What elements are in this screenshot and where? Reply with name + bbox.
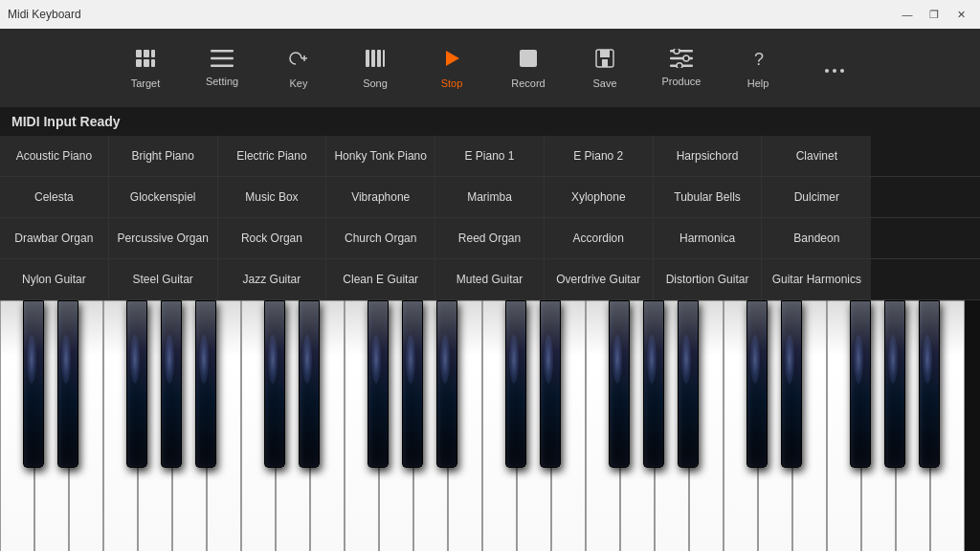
instrument-btn-drawbar-organ[interactable]: Drawbar Organ — [0, 218, 109, 258]
instrument-btn-jazz-guitar[interactable]: Jazz Guitar — [218, 259, 327, 299]
instrument-btn-glockenspiel[interactable]: Glockenspiel — [109, 177, 218, 217]
instrument-btn-honky-tonk-piano[interactable]: Honky Tonk Piano — [326, 136, 435, 176]
svg-point-21 — [674, 49, 679, 54]
svg-rect-14 — [520, 50, 537, 67]
instrument-btn-distortion-guitar[interactable]: Distortion Guitar — [654, 259, 763, 299]
instrument-btn-reed-organ[interactable]: Reed Organ — [435, 218, 545, 258]
toolbar-key[interactable]: Key — [260, 29, 337, 107]
more-icon — [823, 57, 846, 78]
svg-rect-3 — [144, 59, 149, 67]
instrument-btn-e-piano-1[interactable]: E Piano 1 — [435, 136, 545, 176]
instrument-btn-muted-guitar[interactable]: Muted Guitar — [435, 259, 545, 299]
instrument-btn-harpsichord[interactable]: Harpsichord — [654, 136, 763, 176]
black-key[interactable] — [23, 300, 44, 468]
instrument-btn-acoustic-piano[interactable]: Acoustic Piano — [0, 136, 109, 176]
instrument-btn-music-box[interactable]: Music Box — [218, 177, 327, 217]
window-controls: — ❐ ✕ — [896, 3, 972, 26]
black-key[interactable] — [781, 300, 802, 468]
target-icon — [134, 47, 157, 74]
instrument-btn-xylophone[interactable]: Xylophone — [545, 177, 654, 217]
toolbar-setting[interactable]: Setting — [184, 29, 260, 107]
svg-rect-0 — [136, 50, 142, 57]
svg-rect-8 — [211, 65, 234, 68]
black-key[interactable] — [161, 300, 182, 468]
toolbar-more[interactable] — [796, 29, 873, 107]
key-label: Key — [290, 77, 308, 89]
svg-rect-17 — [602, 59, 608, 67]
instrument-btn-percussive-organ[interactable]: Percussive Organ — [109, 218, 218, 258]
maximize-button[interactable]: ❐ — [923, 3, 946, 26]
black-key[interactable] — [609, 300, 630, 468]
toolbar-produce[interactable]: Produce — [643, 29, 720, 107]
instrument-btn-accordion[interactable]: Accordion — [545, 218, 654, 258]
black-key[interactable] — [850, 300, 871, 468]
black-key[interactable] — [746, 300, 768, 468]
svg-rect-1 — [136, 59, 142, 67]
instrument-btn-harmonica[interactable]: Harmonica — [654, 218, 763, 258]
instrument-btn-marimba[interactable]: Marimba — [435, 177, 545, 217]
stop-icon — [440, 47, 463, 74]
toolbar-stop[interactable]: Stop — [413, 29, 490, 107]
record-label: Record — [511, 77, 545, 89]
instrument-btn-tubular-bells[interactable]: Tubular Bells — [654, 177, 763, 217]
instrument-btn-e-piano-2[interactable]: E Piano 2 — [545, 136, 654, 176]
black-key[interactable] — [678, 300, 699, 468]
black-key[interactable] — [919, 300, 940, 468]
svg-rect-11 — [377, 50, 381, 67]
instrument-row-2: Drawbar OrganPercussive OrganRock OrganC… — [0, 218, 980, 259]
key-icon — [287, 47, 310, 74]
toolbar-target[interactable]: Target — [107, 29, 184, 107]
save-icon — [593, 47, 616, 74]
black-key[interactable] — [264, 300, 285, 468]
toolbar-record[interactable]: Record — [490, 29, 567, 107]
black-key[interactable] — [195, 300, 216, 468]
instrument-btn-nylon-guitar[interactable]: Nylon Guitar — [0, 259, 109, 299]
black-key[interactable] — [402, 300, 423, 468]
instrument-btn-electric-piano[interactable]: Electric Piano — [218, 136, 327, 176]
instrument-btn-guitar-harmonics[interactable]: Guitar Harmonics — [762, 259, 871, 299]
svg-point-25 — [825, 69, 829, 73]
black-key[interactable] — [643, 300, 664, 468]
song-icon — [364, 47, 387, 74]
instrument-btn-church-organ[interactable]: Church Organ — [326, 218, 435, 258]
help-icon: ? — [746, 47, 769, 74]
instrument-btn-vibraphone[interactable]: Vibraphone — [326, 177, 435, 217]
svg-point-22 — [683, 55, 689, 61]
black-key[interactable] — [884, 300, 905, 468]
black-key[interactable] — [368, 300, 389, 468]
svg-point-26 — [833, 69, 836, 73]
svg-point-23 — [677, 63, 682, 68]
toolbar-save[interactable]: Save — [567, 29, 643, 107]
svg-rect-5 — [151, 59, 155, 67]
song-label: Song — [363, 77, 388, 89]
svg-rect-6 — [211, 50, 234, 53]
minimize-button[interactable]: — — [896, 3, 919, 26]
svg-marker-13 — [446, 51, 459, 66]
instrument-btn-dulcimer[interactable]: Dulcimer — [762, 177, 871, 217]
close-button[interactable]: ✕ — [949, 3, 972, 26]
toolbar-help[interactable]: ?Help — [720, 29, 796, 107]
black-key[interactable] — [505, 300, 526, 468]
stop-label: Stop — [441, 77, 463, 89]
black-key[interactable] — [436, 300, 457, 468]
instrument-btn-bright-piano[interactable]: Bright Piano — [109, 136, 218, 176]
instrument-btn-rock-organ[interactable]: Rock Organ — [218, 218, 327, 258]
instrument-btn-clean-e-guitar[interactable]: Clean E Guitar — [326, 259, 435, 299]
instrument-btn-overdrive-guitar[interactable]: Overdrive Guitar — [545, 259, 654, 299]
svg-text:?: ? — [754, 50, 764, 69]
instrument-btn-steel-guitar[interactable]: Steel Guitar — [109, 259, 218, 299]
record-icon — [517, 47, 540, 74]
instrument-btn-bandeon[interactable]: Bandeon — [762, 218, 871, 258]
titlebar: Midi Keyboard — ❐ ✕ — [0, 0, 980, 29]
instrument-btn-celesta[interactable]: Celesta — [0, 177, 109, 217]
black-key[interactable] — [540, 300, 561, 468]
black-key[interactable] — [57, 300, 78, 468]
setting-icon — [211, 49, 234, 72]
toolbar-song[interactable]: Song — [337, 29, 413, 107]
svg-rect-7 — [211, 57, 234, 60]
black-key[interactable] — [299, 300, 320, 468]
svg-rect-2 — [144, 50, 149, 57]
instrument-btn-clavinet[interactable]: Clavinet — [762, 136, 871, 176]
black-key[interactable] — [126, 300, 147, 468]
produce-icon — [670, 49, 693, 72]
